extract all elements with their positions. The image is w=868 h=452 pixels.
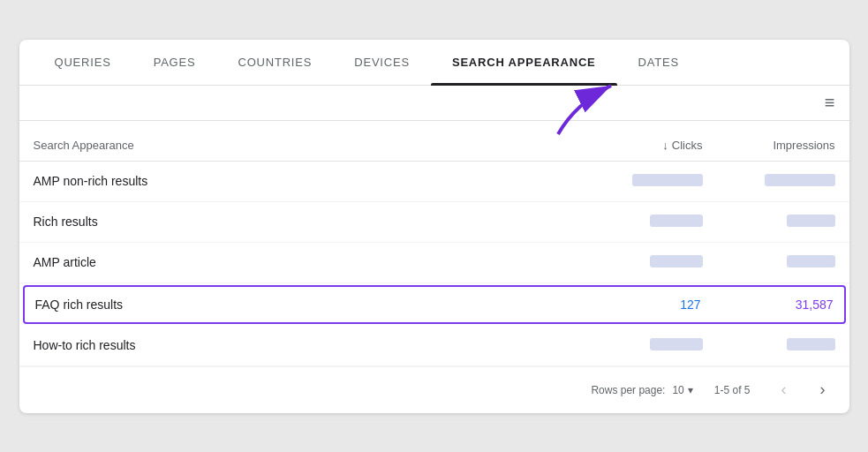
blurred-clicks-bar	[650, 338, 703, 350]
rows-per-page-select[interactable]: 10 ▾	[672, 384, 692, 396]
row-impressions: 31,587	[701, 298, 834, 312]
row-impressions	[703, 338, 835, 353]
row-label: How-to rich results	[34, 338, 570, 352]
main-card: QUERIES PAGES COUNTRIES DEVICES SEARCH A…	[19, 40, 849, 413]
row-clicks: 127	[569, 298, 701, 312]
rows-per-page-label: Rows per page:	[591, 384, 665, 396]
table-row-highlighted: FAQ rich results 127 31,587	[23, 285, 846, 324]
tab-dates[interactable]: DATES	[617, 40, 700, 85]
table-row: How-to rich results	[19, 326, 849, 366]
table-header: Search Appearance ↓ Clicks Impressions	[19, 130, 849, 162]
row-impressions	[703, 215, 835, 230]
clicks-label: Clicks	[672, 139, 703, 152]
tab-devices[interactable]: DEVICES	[333, 40, 431, 85]
blurred-impressions-bar	[765, 174, 835, 186]
sort-arrow-icon: ↓	[662, 139, 668, 152]
tab-countries[interactable]: COUNTRIES	[216, 40, 333, 85]
pagination-label: 1-5 of 5	[714, 384, 751, 396]
row-clicks	[570, 255, 703, 270]
row-label: AMP non-rich results	[34, 174, 570, 188]
blurred-impressions-bar	[787, 255, 835, 267]
row-clicks	[570, 215, 703, 230]
table-footer: Rows per page: 10 ▾ 1-5 of 5 ‹ ›	[19, 366, 849, 413]
row-impressions	[703, 255, 835, 270]
chevron-down-icon: ▾	[688, 384, 693, 396]
table-row: AMP non-rich results	[19, 162, 849, 202]
next-page-button[interactable]: ›	[811, 378, 835, 403]
rows-per-page-value: 10	[672, 384, 683, 396]
table-body: AMP non-rich results Rich results AMP ar…	[19, 162, 849, 366]
filter-row: ≡	[19, 86, 849, 121]
table-row: Rich results	[19, 202, 849, 243]
blurred-clicks-bar	[632, 174, 703, 186]
tab-search-appearance[interactable]: SEARCH APPEARANCE	[431, 40, 617, 85]
prev-page-button[interactable]: ‹	[772, 378, 796, 403]
tab-pages[interactable]: PAGES	[132, 40, 217, 85]
tabs-bar: QUERIES PAGES COUNTRIES DEVICES SEARCH A…	[19, 40, 849, 86]
header-clicks[interactable]: ↓ Clicks	[570, 139, 703, 152]
row-label: AMP article	[34, 255, 570, 269]
row-clicks	[570, 338, 703, 353]
row-clicks	[570, 174, 703, 189]
pagination-nav: ‹ ›	[772, 378, 835, 403]
row-label: Rich results	[34, 215, 570, 229]
blurred-impressions-bar	[787, 338, 835, 350]
blurred-clicks-bar	[650, 255, 703, 267]
row-label: FAQ rich results	[35, 298, 569, 312]
row-impressions	[703, 174, 835, 189]
blurred-clicks-bar	[650, 215, 703, 227]
table-row: AMP article	[19, 243, 849, 283]
tab-queries[interactable]: QUERIES	[34, 40, 132, 85]
rows-per-page-control: Rows per page: 10 ▾	[591, 384, 692, 396]
filter-icon[interactable]: ≡	[825, 93, 835, 113]
header-impressions[interactable]: Impressions	[703, 139, 835, 152]
header-label: Search Appearance	[34, 139, 570, 152]
annotation-container: ≡	[19, 86, 849, 130]
blurred-impressions-bar	[787, 215, 835, 227]
